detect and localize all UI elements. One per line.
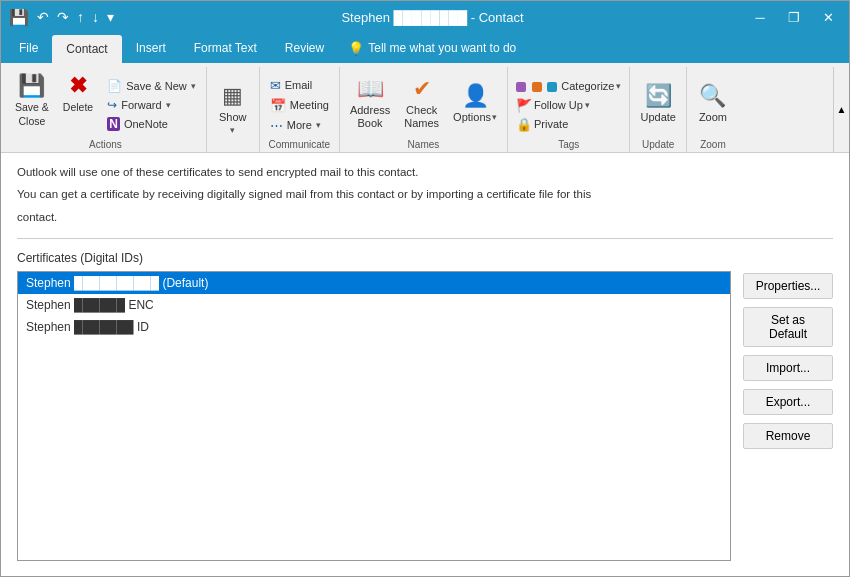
follow-up-button[interactable]: 🚩 Follow Up ▾: [512, 97, 625, 114]
save-icon: 💾: [18, 73, 45, 99]
tab-file[interactable]: File: [5, 33, 52, 63]
private-button[interactable]: 🔒 Private: [512, 116, 625, 133]
more-icon: ⋯: [270, 118, 283, 133]
undo-btn[interactable]: ↶: [37, 9, 49, 25]
more-label: More: [287, 119, 312, 131]
check-names-icon: ✔: [413, 76, 431, 102]
lightbulb-icon: 💡: [348, 41, 364, 56]
tab-review[interactable]: Review: [271, 33, 338, 63]
update-button[interactable]: 🔄 Update: [634, 69, 681, 137]
ribbon: 💾 Save &Close ✖ Delete 📄 Save & New ▾ ↪ …: [1, 63, 849, 153]
forward-chevron: ▾: [166, 100, 171, 110]
more-button[interactable]: ⋯ More ▾: [264, 116, 335, 135]
ribbon-group-names: 📖 AddressBook ✔ CheckNames 👤 Options ▾ N…: [340, 67, 508, 152]
cert-item-1[interactable]: Stephen ██████████ (Default): [18, 272, 730, 294]
categorize-chevron: ▾: [616, 81, 621, 91]
ribbon-group-communicate: ✉ Email 📅 Meeting ⋯ More ▾ Communicate: [260, 67, 340, 152]
show-group-label: [211, 148, 255, 152]
ribbon-group-actions: 💾 Save &Close ✖ Delete 📄 Save & New ▾ ↪ …: [5, 67, 207, 152]
tab-format-text[interactable]: Format Text: [180, 33, 271, 63]
delete-button[interactable]: ✖ Delete: [57, 69, 99, 137]
tab-insert[interactable]: Insert: [122, 33, 180, 63]
zoom-group-label: Zoom: [691, 137, 735, 152]
delete-label: Delete: [63, 101, 93, 113]
follow-up-icon: 🚩: [516, 98, 532, 113]
cert-section-label: Certificates (Digital IDs): [17, 251, 833, 265]
ribbon-scroll-btn[interactable]: ▲: [833, 67, 849, 152]
restore-btn[interactable]: ❐: [781, 6, 807, 28]
forward-label: Forward: [121, 99, 161, 111]
ribbon-group-update: 🔄 Update Update: [630, 67, 686, 152]
private-label: Private: [534, 118, 568, 130]
save-new-label: Save & New: [126, 80, 187, 92]
tab-contact[interactable]: Contact: [52, 35, 121, 63]
info-text-line3: contact.: [17, 208, 833, 226]
save-close-label: Save &Close: [15, 101, 49, 128]
content-area: Outlook will use one of these certificat…: [1, 153, 849, 577]
tags-group-label: Tags: [512, 137, 625, 152]
meeting-label: Meeting: [290, 99, 329, 111]
onenote-button[interactable]: N OneNote: [101, 115, 202, 133]
address-book-label: AddressBook: [350, 104, 390, 130]
cert-area: Stephen ██████████ (Default) Stephen ███…: [17, 271, 833, 561]
properties-button[interactable]: Properties...: [743, 273, 833, 299]
delete-icon: ✖: [69, 73, 87, 99]
certificate-list[interactable]: Stephen ██████████ (Default) Stephen ███…: [17, 271, 731, 561]
show-label: Show: [219, 111, 247, 123]
zoom-label: Zoom: [699, 111, 727, 123]
more-chevron: ▾: [316, 120, 321, 130]
zoom-icon: 🔍: [699, 83, 726, 109]
info-text-line2: You can get a certificate by receiving d…: [17, 185, 833, 203]
email-icon: ✉: [270, 78, 281, 93]
categorize-icon: [516, 79, 559, 94]
actions-group-label: Actions: [9, 137, 202, 152]
close-btn[interactable]: ✕: [815, 6, 841, 28]
up-btn[interactable]: ↑: [77, 9, 84, 25]
cert-buttons: Properties... Set as Default Import... E…: [743, 271, 833, 561]
down-btn[interactable]: ↓: [92, 9, 99, 25]
options-icon: 👤: [462, 83, 489, 109]
redo-btn[interactable]: ↷: [57, 9, 69, 25]
cert-item-2[interactable]: Stephen ██████ ENC: [18, 294, 730, 316]
show-button[interactable]: ▦ Show ▾: [211, 69, 255, 148]
export-button[interactable]: Export...: [743, 389, 833, 415]
tab-tell-me[interactable]: 💡 Tell me what you want to do: [338, 33, 526, 63]
save-new-icon: 📄: [107, 79, 122, 93]
update-icon: 🔄: [645, 83, 672, 109]
email-button[interactable]: ✉ Email: [264, 76, 335, 95]
categorize-button[interactable]: Categorize ▾: [512, 78, 625, 95]
update-label: Update: [640, 111, 675, 123]
save-close-button[interactable]: 💾 Save &Close: [9, 69, 55, 137]
show-icon: ▦: [222, 83, 243, 109]
ribbon-group-tags: Categorize ▾ 🚩 Follow Up ▾ 🔒 Private Tag…: [508, 67, 630, 152]
check-names-label: CheckNames: [404, 104, 439, 130]
ribbon-group-show: ▦ Show ▾: [207, 67, 260, 152]
save-new-chevron: ▾: [191, 81, 196, 91]
address-book-icon: 📖: [357, 76, 384, 102]
separator: [17, 238, 833, 239]
names-group-label: Names: [344, 137, 503, 152]
address-book-button[interactable]: 📖 AddressBook: [344, 69, 396, 137]
more-quick-access[interactable]: ▾: [107, 9, 114, 25]
ribbon-group-zoom: 🔍 Zoom Zoom: [687, 67, 739, 152]
remove-button[interactable]: Remove: [743, 423, 833, 449]
import-button[interactable]: Import...: [743, 355, 833, 381]
options-chevron: ▾: [492, 112, 497, 122]
meeting-button[interactable]: 📅 Meeting: [264, 96, 335, 115]
options-label: Options: [453, 111, 491, 123]
cert-item-3[interactable]: Stephen ███████ ID: [18, 316, 730, 338]
info-text-line1: Outlook will use one of these certificat…: [17, 163, 833, 181]
check-names-button[interactable]: ✔ CheckNames: [398, 69, 445, 137]
email-label: Email: [285, 79, 313, 91]
follow-up-label: Follow Up: [534, 99, 583, 111]
zoom-button[interactable]: 🔍 Zoom: [691, 69, 735, 137]
minimize-btn[interactable]: ─: [747, 6, 773, 28]
meeting-icon: 📅: [270, 98, 286, 113]
forward-button[interactable]: ↪ Forward ▾: [101, 96, 202, 114]
options-button[interactable]: 👤 Options ▾: [447, 69, 503, 137]
set-default-button[interactable]: Set as Default: [743, 307, 833, 347]
titlebar-save-icon[interactable]: 💾: [9, 8, 27, 26]
save-new-button[interactable]: 📄 Save & New ▾: [101, 77, 202, 95]
communicate-group-label: Communicate: [264, 137, 335, 152]
onenote-label: OneNote: [124, 118, 168, 130]
